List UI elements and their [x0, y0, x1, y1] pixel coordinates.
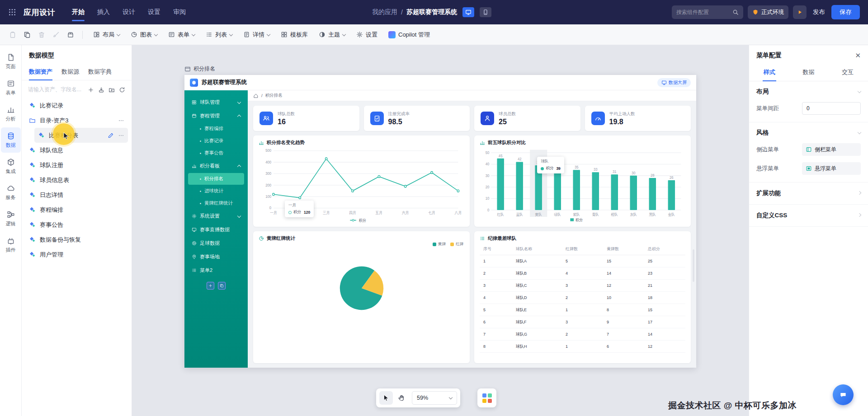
app-preview-window[interactable]: 苏超联赛管理系统 数据大屏 球队管理赛程管理赛程编排比赛记录赛事公告积分看板积分…: [184, 75, 696, 368]
rail-item-3[interactable]: 数据: [1, 127, 21, 153]
topbar-menu-0[interactable]: 开始: [66, 0, 90, 24]
legend-item[interactable]: 红牌: [450, 242, 463, 247]
table-row[interactable]: 2球队B41423: [480, 267, 685, 280]
table-row[interactable]: 4球队D21018: [480, 292, 685, 304]
chat-button[interactable]: [833, 384, 854, 405]
copy-button[interactable]: [21, 28, 33, 41]
config-tab-1[interactable]: 数据: [802, 64, 816, 81]
model-tab-0[interactable]: 数据资产: [29, 64, 52, 80]
rail-item-6[interactable]: 逻辑: [1, 206, 21, 231]
extensions-link[interactable]: 扩展功能: [749, 182, 868, 205]
clear-button[interactable]: [64, 28, 77, 41]
config-tab-0[interactable]: 样式: [763, 64, 776, 81]
rail-item-7[interactable]: 插件: [1, 232, 21, 257]
toolbar-group-5[interactable]: 模板库: [276, 28, 313, 42]
tree-item-4[interactable]: 球队注册: [25, 158, 128, 173]
mobile-preview-icon[interactable]: [482, 9, 489, 15]
component-search[interactable]: [672, 5, 743, 19]
app-menu-item-0[interactable]: 球队管理: [188, 96, 244, 109]
app-menu-sub-2-2[interactable]: 黄牌红牌统计: [188, 197, 244, 209]
add-folder-icon[interactable]: [108, 87, 115, 93]
float-menu-select[interactable]: 悬浮菜单: [802, 162, 861, 175]
save-button[interactable]: 保存: [831, 5, 860, 19]
toolbar-group-8[interactable]: Copilot 管理: [383, 28, 435, 42]
app-menu-item-5[interactable]: 足球数据: [188, 237, 244, 250]
tree-item-3[interactable]: 球队信息: [25, 143, 128, 158]
delete-button[interactable]: [35, 28, 48, 41]
stat-card-1[interactable]: 注册完成率98.5: [364, 106, 470, 131]
tree-item-10[interactable]: 用户管理: [25, 247, 128, 262]
app-menu-sub-2-1[interactable]: 进球统计: [188, 185, 244, 197]
apps-grid-icon[interactable]: [8, 8, 16, 16]
widgets-button[interactable]: [477, 388, 496, 407]
stat-card-2[interactable]: 球员总数25: [474, 106, 580, 131]
table-row[interactable]: 7球队G2714: [480, 328, 685, 341]
select-tool-button[interactable]: [379, 391, 393, 405]
rail-item-5[interactable]: 服务: [1, 180, 21, 205]
close-icon[interactable]: ✕: [855, 51, 861, 60]
design-canvas[interactable]: 积分排名 苏超联赛管理系统 数据大屏 球队管理赛程管理赛程编排比赛记录赛事公告积…: [132, 45, 749, 416]
toolbar-group-2[interactable]: 表单: [163, 28, 200, 42]
search-icon[interactable]: [732, 9, 739, 15]
my-apps-link[interactable]: 我的应用: [372, 8, 397, 16]
paste-button[interactable]: [6, 28, 19, 41]
side-menu-select[interactable]: 侧栏菜单: [802, 143, 861, 156]
tree-item-2[interactable]: 比赛积分表: [34, 128, 128, 143]
screen-preview-icon[interactable]: [465, 9, 472, 15]
app-menu-item-6[interactable]: 赛事场地: [188, 250, 244, 263]
format-brush-button[interactable]: [50, 28, 62, 41]
edit-button[interactable]: [108, 132, 114, 139]
table-row[interactable]: 8球队H1612: [480, 341, 685, 353]
toolbar-group-7[interactable]: 设置: [351, 28, 382, 42]
app-menu-sub-2-0[interactable]: 积分排名: [188, 173, 244, 185]
tree-item-6[interactable]: 日志详情: [25, 187, 128, 202]
zoom-select[interactable]: 59%: [412, 391, 457, 405]
legend-item[interactable]: 黄牌: [433, 242, 446, 247]
toolbar-group-1[interactable]: 图表: [126, 28, 162, 42]
bar-chart-card[interactable]: 前五球队积分对比 0102030405045红队42蓝队39黄队37绿队35紫队…: [474, 136, 691, 227]
topbar-menu-4[interactable]: 审阅: [167, 0, 192, 24]
table-row[interactable]: 6球队F3917: [480, 316, 685, 328]
run-button[interactable]: [793, 5, 807, 19]
tree-item-5[interactable]: 球员信息表: [25, 173, 128, 187]
import-asset-icon[interactable]: [98, 87, 104, 93]
pan-tool-button[interactable]: [395, 391, 408, 405]
add-component-button[interactable]: [207, 282, 214, 290]
rail-item-1[interactable]: 表单: [1, 75, 21, 100]
table-row[interactable]: 1球队A51525: [480, 255, 685, 267]
tree-item-9[interactable]: 数据备份与恢复: [25, 232, 128, 247]
table-row[interactable]: 3球队C31221: [480, 280, 685, 292]
app-menu-item-4[interactable]: 赛事直播数据: [188, 223, 244, 236]
home-icon[interactable]: [253, 93, 259, 98]
page-tab[interactable]: 积分排名: [184, 65, 215, 73]
menu-gap-input[interactable]: 0: [802, 102, 861, 115]
tree-item-8[interactable]: 赛事公告: [25, 217, 128, 232]
stat-card-3[interactable]: 平均上场人数19.8: [585, 106, 691, 131]
app-menu-sub-1-1[interactable]: 比赛记录: [188, 135, 244, 147]
rail-item-2[interactable]: 分析: [1, 101, 21, 126]
pie-chart-card[interactable]: 黄牌红牌统计 黄牌红牌: [253, 231, 470, 363]
copy-component-button[interactable]: [218, 282, 226, 290]
toolbar-group-3[interactable]: 列表: [201, 28, 237, 42]
config-tab-2[interactable]: 交互: [841, 64, 854, 81]
tree-item-1[interactable]: 目录-资产3: [25, 113, 128, 128]
custom-css-link[interactable]: 自定义CSS: [749, 205, 868, 227]
publish-button[interactable]: 发布: [811, 8, 827, 16]
add-asset-icon[interactable]: [88, 87, 94, 93]
refresh-icon[interactable]: [119, 87, 125, 93]
data-screen-badge[interactable]: 数据大屏: [657, 78, 691, 87]
scrollbar[interactable]: [693, 249, 694, 282]
app-menu-item-1[interactable]: 赛程管理: [188, 109, 244, 122]
app-menu-item-3[interactable]: 系统设置: [188, 210, 244, 223]
model-tab-2[interactable]: 数据字典: [88, 64, 112, 80]
table-row[interactable]: 5球队E1815: [480, 304, 685, 316]
toolbar-group-0[interactable]: 布局: [88, 28, 125, 42]
stat-card-0[interactable]: 球队总数16: [253, 106, 359, 131]
app-menu-item-7[interactable]: 菜单2: [188, 264, 244, 277]
rail-item-4[interactable]: 集成: [1, 154, 21, 179]
toolbar-group-4[interactable]: 详情: [238, 28, 275, 42]
topbar-menu-2[interactable]: 设计: [117, 0, 141, 24]
app-menu-item-2[interactable]: 积分看板: [188, 159, 244, 173]
model-tab-1[interactable]: 数据源: [61, 64, 79, 80]
topbar-menu-3[interactable]: 设置: [142, 0, 166, 24]
